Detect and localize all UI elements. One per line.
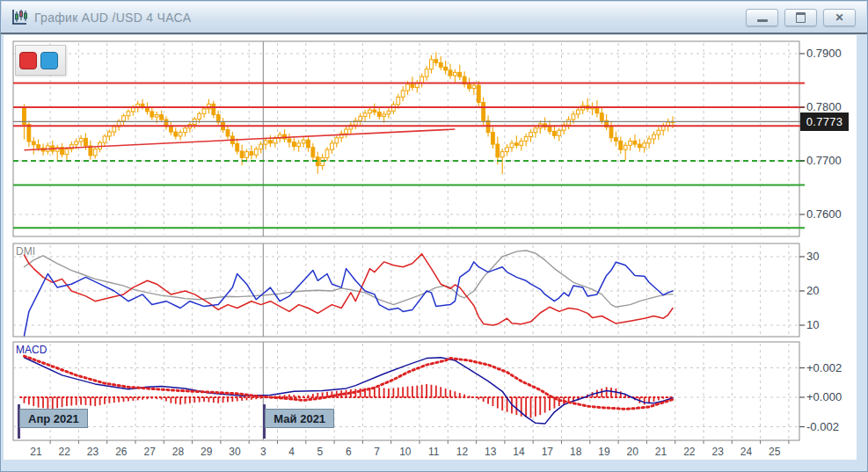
dmi-axis-label: 30	[806, 250, 819, 263]
candle-body	[609, 127, 613, 138]
candle-body	[383, 114, 386, 116]
candle-body	[472, 85, 476, 89]
candle-body	[572, 114, 575, 120]
candle-body	[302, 140, 305, 143]
candle-body	[500, 152, 504, 157]
chart-toolbar	[15, 45, 66, 76]
candle-body	[397, 97, 400, 105]
macd-axis-label: -0.002	[806, 420, 839, 433]
candle-body	[212, 104, 215, 114]
candle-body	[643, 143, 646, 148]
date-axis-label: 11	[428, 446, 439, 458]
candle-body	[373, 110, 376, 112]
chart-canvas[interactable]	[1, 1, 868, 472]
candle-body	[226, 130, 230, 136]
candle-body	[297, 143, 301, 147]
date-axis-label: 10	[399, 446, 411, 458]
candle-body	[387, 111, 390, 114]
candle-body	[506, 148, 509, 152]
date-axis-label: 23	[87, 446, 98, 458]
date-axis-label: 30	[229, 446, 240, 458]
candle-body	[32, 142, 35, 145]
date-axis-label: 12	[456, 446, 468, 458]
date-axis-label: 22	[683, 446, 695, 458]
candle-body	[27, 125, 31, 142]
candle-body	[103, 136, 106, 142]
date-axis-label: 14	[513, 446, 524, 458]
date-axis-label: 22	[59, 446, 70, 458]
sell-marker-button[interactable]	[19, 52, 37, 69]
candle-body	[624, 145, 627, 149]
date-axis-label: 13	[485, 446, 496, 458]
date-axis-label: 21	[30, 446, 41, 458]
date-axis-label: 29	[201, 446, 212, 458]
candle-body	[492, 133, 495, 144]
candle-body	[245, 152, 249, 158]
candle-body	[576, 110, 580, 114]
candle-body	[311, 148, 315, 157]
candle-body	[653, 134, 656, 139]
price-axis-label: 0.7900	[806, 47, 842, 60]
buy-marker-button[interactable]	[40, 52, 58, 69]
price-axis-label: 0.7600	[806, 207, 842, 221]
candle-body	[75, 142, 78, 145]
candle-body	[307, 140, 310, 148]
date-axis-label: 28	[172, 446, 184, 458]
candle-body	[264, 141, 267, 144]
candle-body	[169, 127, 172, 132]
candle-body	[406, 84, 410, 91]
candle-body	[122, 116, 126, 121]
candle-body	[430, 60, 434, 69]
candle-body	[79, 138, 83, 142]
price-axis-label: 0.7800	[806, 100, 842, 113]
date-axis-label: 27	[143, 446, 155, 458]
candle-body	[216, 115, 220, 123]
chart-window: График AUD /USD 4 ЧАСА ✕ DMI MACD 0.7900…	[0, 0, 868, 472]
candle-body	[453, 72, 456, 76]
candle-body	[359, 116, 362, 120]
candle-body	[236, 143, 239, 151]
candle-body	[335, 138, 339, 143]
candle-body	[458, 72, 462, 76]
candle-body	[647, 139, 651, 143]
date-axis-label: 7	[374, 446, 380, 458]
candle-body	[510, 143, 514, 148]
candle-body	[141, 104, 144, 106]
candle-body	[174, 132, 178, 136]
date-axis-label: 3	[260, 446, 266, 458]
candle-body	[548, 127, 551, 132]
candle-body	[449, 70, 452, 76]
candle-body	[524, 137, 528, 142]
candle-body	[150, 112, 154, 117]
candle-body	[113, 127, 116, 132]
date-axis-label: 24	[740, 446, 752, 458]
date-axis-label: 5	[317, 446, 324, 458]
candle-body	[65, 149, 69, 155]
candle-body	[434, 60, 438, 63]
date-axis-label: 6	[346, 446, 352, 458]
candle-body	[202, 109, 206, 113]
candle-body	[160, 115, 164, 120]
date-axis-label: 25	[769, 446, 780, 458]
candle-body	[468, 84, 471, 89]
candle-body	[411, 84, 414, 88]
candle-body	[269, 141, 273, 143]
candle-body	[439, 62, 442, 67]
candle-body	[93, 149, 97, 156]
candle-body	[529, 133, 533, 137]
candle-body	[600, 113, 603, 121]
price-axis-label: 0.7700	[806, 154, 842, 167]
month-label-may: Май 2021	[265, 409, 334, 428]
candle-body	[657, 130, 660, 134]
candle-body	[274, 138, 277, 142]
candle-body	[477, 85, 480, 103]
candle-body	[198, 113, 201, 119]
date-axis-label: 19	[598, 446, 609, 458]
macd-axis-label: +0.002	[806, 361, 842, 374]
date-axis-label: 20	[627, 446, 638, 458]
candle-body	[368, 110, 372, 113]
candle-body	[629, 141, 632, 145]
candle-body	[184, 128, 187, 133]
candle-body	[482, 103, 485, 121]
candle-body	[558, 130, 561, 135]
